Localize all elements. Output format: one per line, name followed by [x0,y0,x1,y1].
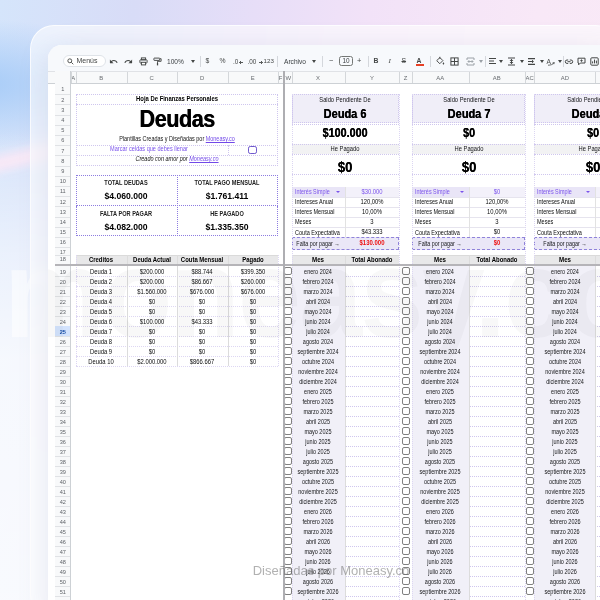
svg-text:A: A [546,57,551,64]
